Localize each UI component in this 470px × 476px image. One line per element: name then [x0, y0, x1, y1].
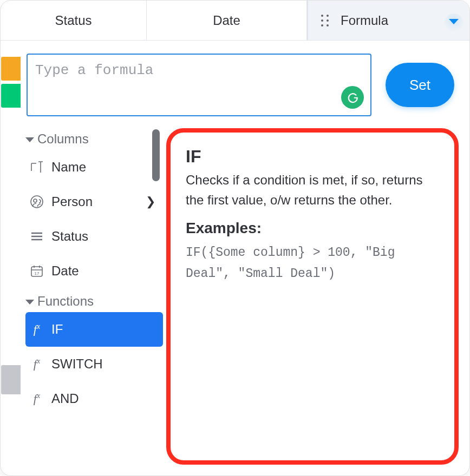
fx-icon: fx [29, 322, 45, 336]
svg-point-5 [327, 24, 329, 27]
svg-point-7 [34, 199, 37, 202]
svg-point-2 [321, 19, 323, 22]
function-doc-panel: IF Checks if a condition is met, if so, … [166, 128, 459, 465]
formula-editor-window: Status Date Formula [0, 0, 470, 476]
column-header-label: Formula [341, 13, 443, 28]
formula-input[interactable]: Type a formula [27, 54, 371, 116]
collapse-caret-icon [25, 300, 34, 305]
date-column-icon: 17 [29, 264, 45, 278]
collapse-caret-icon [25, 137, 34, 142]
formula-input-bar: Type a formula Set [1, 41, 469, 126]
column-item-date[interactable]: 17 Date [25, 254, 163, 288]
doc-example-code: IF({Some column} > 100, "Big Deal", "Sma… [186, 242, 441, 285]
list-item-label: SWITCH [51, 356, 103, 372]
doc-examples-heading: Examples: [186, 220, 441, 237]
column-header-status[interactable]: Status [1, 1, 147, 41]
list-item-label: AND [51, 391, 79, 406]
list-item-label: Status [51, 229, 88, 244]
fx-icon: fx [29, 392, 45, 406]
group-header-label: Functions [37, 294, 94, 309]
column-header-row: Status Date Formula [1, 1, 469, 41]
scrollbar-thumb[interactable] [152, 129, 160, 181]
status-column-icon [29, 229, 45, 243]
column-item-person[interactable]: Person ❯ [25, 184, 163, 219]
svg-point-4 [321, 24, 323, 27]
svg-point-0 [321, 15, 323, 17]
svg-point-1 [327, 15, 329, 17]
list-item-label: Name [51, 160, 86, 175]
column-header-date[interactable]: Date [147, 1, 307, 41]
svg-point-3 [327, 19, 329, 22]
svg-text:17: 17 [35, 271, 40, 276]
group-header-label: Columns [37, 131, 89, 147]
row-color-tab [1, 84, 21, 108]
list-item-label: IF [51, 322, 63, 337]
set-button[interactable]: Set [386, 63, 454, 107]
fx-icon: fx [29, 357, 45, 371]
formula-helper-panel: Columns Name Person ❯ Status [1, 126, 469, 475]
dropdown-caret-icon[interactable] [449, 19, 459, 24]
doc-title: IF [186, 147, 441, 167]
column-header-formula[interactable]: Formula [307, 1, 469, 41]
chevron-right-icon: ❯ [146, 195, 155, 209]
column-header-label: Date [213, 13, 240, 28]
column-item-status[interactable]: Status [25, 219, 163, 254]
doc-description: Checks if a condition is met, if so, ret… [186, 170, 441, 210]
text-column-icon [29, 160, 45, 174]
group-header-functions[interactable]: Functions [25, 288, 163, 312]
column-header-label: Status [55, 13, 92, 28]
drag-handle-icon[interactable] [315, 14, 335, 28]
person-column-icon [29, 195, 45, 209]
list-item-label: Date [51, 263, 79, 279]
list-item-label: Person [51, 194, 93, 209]
formula-helper-sidebar: Columns Name Person ❯ Status [1, 126, 163, 475]
column-item-name[interactable]: Name [25, 150, 163, 184]
function-item-and[interactable]: fx AND [25, 381, 163, 416]
function-item-switch[interactable]: fx SWITCH [25, 347, 163, 381]
set-button-label: Set [409, 77, 430, 93]
formula-input-placeholder: Type a formula [35, 62, 153, 78]
group-header-columns[interactable]: Columns [25, 126, 163, 150]
grammarly-icon[interactable] [341, 86, 364, 109]
row-color-tab [1, 57, 21, 81]
function-item-if[interactable]: fx IF [25, 312, 163, 347]
